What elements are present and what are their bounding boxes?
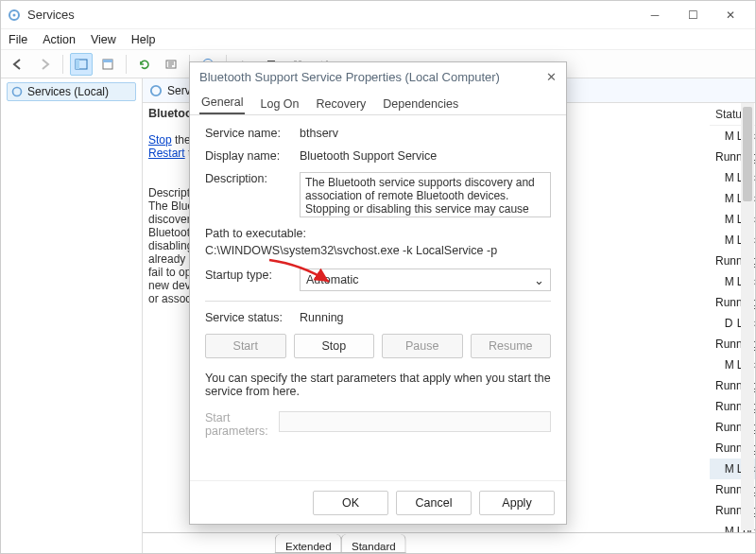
tab-dependencies[interactable]: Dependencies [381,94,460,114]
tree-label: Services (Local) [27,85,109,98]
vertical-scrollbar[interactable] [741,103,754,530]
service-status-value: Running [300,311,551,324]
service-status-label: Service status: [205,311,300,324]
chevron-down-icon: ⌄ [534,273,544,287]
view-tabs: Extended Standard [143,532,755,553]
startup-type-select[interactable]: Automatic ⌄ [300,268,551,291]
tab-general[interactable]: General [199,92,245,114]
resume-button[interactable]: Resume [471,334,552,358]
stop-button[interactable]: Stop [294,334,375,358]
pause-button[interactable]: Pause [382,334,463,358]
maximize-button[interactable]: ☐ [674,2,712,28]
start-button[interactable]: Start [205,334,286,358]
dialog-body: Service name: bthserv Display name: Blue… [190,115,566,480]
menu-help[interactable]: Help [131,33,156,46]
cancel-button[interactable]: Cancel [396,491,472,515]
minimize-button[interactable]: ─ [636,2,674,28]
refresh-button[interactable] [133,53,156,76]
svg-point-13 [13,88,22,96]
menu-view[interactable]: View [91,33,116,46]
scrollbar-thumb[interactable] [743,107,752,201]
separator [62,55,63,74]
titlebar: Services ─ ☐ ✕ [1,1,755,29]
tab-recovery[interactable]: Recovery [315,94,369,114]
tab-standard[interactable]: Standard [341,534,406,553]
col-startup[interactable]: Startup Type [754,103,755,128]
svg-rect-3 [76,60,79,69]
ok-button[interactable]: OK [313,491,388,515]
separator [126,55,127,74]
display-name-value: Bluetooth Support Service [300,149,551,163]
dialog-titlebar: Bluetooth Support Service Properties (Lo… [190,62,566,91]
tab-extended[interactable]: Extended [275,534,342,553]
stop-link[interactable]: Stop [148,133,172,147]
description-label: Description: [205,172,300,217]
dialog-title: Bluetooth Support Service Properties (Lo… [199,70,500,84]
menubar: File Action View Help [1,29,755,50]
gear-icon [7,8,22,23]
service-name-value: bthserv [300,127,551,140]
menu-action[interactable]: Action [43,33,76,46]
tree-services-local[interactable]: Services (Local) [7,82,136,101]
gear-icon [10,85,24,98]
back-button[interactable] [7,53,29,76]
svg-rect-5 [103,60,112,62]
startup-type-label: Startup type: [205,268,300,291]
start-params-label: Start parameters: [205,411,279,438]
properties-dialog: Bluetooth Support Service Properties (Lo… [189,61,567,525]
export-button[interactable] [160,53,182,76]
start-params-hint: You can specify the start parameters tha… [205,372,551,398]
dialog-tabs: General Log On Recovery Dependencies [190,91,566,115]
window-title: Services [27,8,636,22]
dialog-footer: OK Cancel Apply [190,480,566,524]
divider [205,301,551,302]
service-name-label: Service name: [205,127,300,140]
tab-logon[interactable]: Log On [258,94,301,114]
properties-button[interactable] [96,53,119,76]
startup-type-value: Automatic [306,273,359,286]
path-value: C:\WINDOWS\system32\svchost.exe -k Local… [205,244,551,257]
path-label: Path to executable: [205,227,551,240]
forward-button[interactable] [33,53,56,76]
show-hide-tree-button[interactable] [70,53,93,76]
svg-point-1 [13,13,16,16]
menu-file[interactable]: File [9,33,27,46]
display-name-label: Display name: [205,149,300,163]
gear-icon [148,83,163,98]
start-params-input [279,411,551,432]
apply-button[interactable]: Apply [479,491,555,515]
description-box[interactable]: The Bluetooth service supports discovery… [300,172,551,217]
close-button[interactable]: ✕ [712,2,749,28]
restart-link[interactable]: Restart [148,147,185,160]
tree-pane: Services (Local) [1,78,143,553]
dialog-close-button[interactable]: ✕ [546,70,557,84]
svg-point-14 [151,85,161,95]
